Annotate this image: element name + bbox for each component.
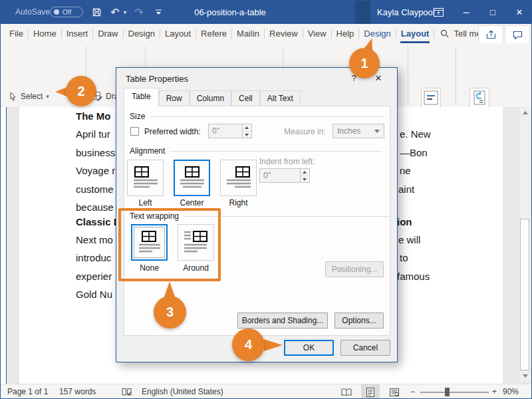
align-center-icon	[179, 165, 205, 192]
callout-1: 1	[349, 48, 380, 78]
dialog-tab-column[interactable]: Column	[190, 90, 231, 106]
comments-button[interactable]	[505, 25, 530, 44]
document-title: 06-position-a-table	[154, 1, 307, 24]
align-left-tile[interactable]	[127, 160, 164, 196]
options-button[interactable]: Options...	[334, 313, 384, 329]
tab-home[interactable]: Home	[29, 24, 61, 43]
user-name[interactable]: Kayla Claypool	[377, 1, 435, 24]
tab-view[interactable]: View	[303, 24, 331, 43]
doc-text: custome	[76, 184, 114, 195]
print-layout-icon	[366, 388, 374, 397]
preferred-width-checkbox[interactable]	[130, 127, 139, 136]
doc-text: introduc	[76, 252, 111, 263]
autosave-label: AutoSave	[15, 1, 50, 24]
save-icon[interactable]	[89, 1, 104, 24]
tab-design[interactable]: Design	[124, 24, 160, 43]
tab-help[interactable]: Help	[332, 24, 359, 43]
vertical-scrollbar[interactable]	[519, 107, 531, 382]
data-icon	[469, 88, 489, 108]
callout-3: 3	[154, 296, 186, 329]
proofing-icon[interactable]	[122, 388, 132, 399]
doc-text: ne	[400, 165, 411, 176]
doc-text: e will	[398, 234, 420, 245]
autosave-toggle[interactable]: Off	[50, 7, 83, 17]
align-left-icon	[132, 165, 159, 192]
align-right-tile[interactable]	[220, 160, 257, 196]
tab-review[interactable]: Review	[265, 24, 303, 43]
tab-table-design[interactable]: Design	[359, 24, 395, 43]
ribbon-tab-row: File Home Insert Draw Design Layout Refe…	[1, 24, 532, 43]
tab-layout[interactable]: Layout	[160, 24, 196, 43]
callout-4: 4	[232, 329, 265, 361]
ribbon-display-options-icon[interactable]	[430, 1, 447, 24]
align-right-label: Right	[220, 198, 257, 207]
tab-draw[interactable]: Draw	[93, 24, 122, 43]
indent-from-left-input[interactable]: 0"	[259, 168, 301, 183]
preferred-width-label: Preferred width:	[144, 127, 201, 136]
preferred-width-input[interactable]: 0"	[208, 124, 243, 138]
preferred-width-stepper[interactable]	[242, 124, 252, 138]
borders-and-shading-button[interactable]: Borders and Shading...	[237, 313, 328, 329]
web-layout-button[interactable]	[385, 384, 404, 399]
redo-icon[interactable]: ↷	[131, 1, 147, 24]
doc-text: business	[76, 147, 115, 158]
cursor-icon	[9, 92, 17, 101]
tab-references[interactable]: Refere	[196, 24, 231, 43]
zoom-level[interactable]: 90%	[503, 384, 519, 399]
callout-4-pointer	[264, 339, 283, 351]
word-count[interactable]: 157 words	[59, 384, 96, 399]
doc-text: ion	[397, 216, 412, 227]
undo-icon[interactable]: ↶	[107, 1, 123, 24]
doc-text: Classic L	[76, 216, 120, 227]
doc-text: aint	[398, 184, 414, 195]
maximize-button[interactable]: □	[481, 1, 504, 24]
tab-table-layout[interactable]: Layout	[396, 24, 434, 43]
indent-from-left-stepper[interactable]	[300, 168, 310, 183]
language-indicator[interactable]: English (United States)	[142, 384, 223, 399]
tab-insert[interactable]: Insert	[62, 24, 93, 43]
cancel-button[interactable]: Cancel	[340, 340, 390, 356]
zoom-out-button[interactable]: −	[410, 384, 415, 399]
align-center-tile[interactable]	[174, 160, 210, 196]
status-bar: Page 1 of 1 157 words English (United St…	[1, 384, 531, 399]
dialog-tab-table[interactable]: Table	[124, 88, 159, 106]
dialog-tab-row[interactable]: Row	[159, 90, 190, 106]
positioning-button[interactable]: Positioning...	[325, 261, 384, 277]
read-mode-icon	[341, 388, 352, 396]
scroll-up-icon[interactable]	[519, 107, 531, 118]
tab-file[interactable]: File	[5, 24, 28, 43]
scroll-down-icon[interactable]	[519, 370, 531, 381]
align-right-icon	[225, 165, 252, 192]
alignment-section-header: Alignment	[130, 146, 382, 156]
dialog-title: Table Properties	[126, 74, 188, 84]
doc-text: to	[400, 252, 408, 263]
select-button[interactable]: Select▾	[9, 90, 49, 103]
dialog-tab-cell[interactable]: Cell	[231, 90, 260, 106]
zoom-in-button[interactable]: +	[492, 384, 497, 399]
page-indicator[interactable]: Page 1 of 1	[7, 384, 48, 399]
dialog-tab-alt-text[interactable]: Alt Text	[260, 90, 301, 106]
measure-in-dropdown[interactable]: Inches	[332, 124, 384, 138]
undo-dropdown-icon[interactable]: ▾	[122, 1, 128, 24]
size-section-header: Size	[130, 112, 384, 121]
zoom-slider-thumb[interactable]	[445, 388, 450, 396]
search-icon	[440, 29, 449, 38]
align-left-label: Left	[127, 198, 164, 207]
doc-text: The Mo	[76, 110, 111, 122]
doc-text: April tur	[76, 128, 110, 140]
close-button[interactable]: ✕	[508, 1, 531, 24]
read-mode-button[interactable]	[337, 384, 356, 399]
scrollbar-thumb[interactable]	[520, 219, 529, 370]
tab-mailings[interactable]: Mailin	[232, 24, 264, 43]
highlight-rectangle	[118, 208, 221, 281]
print-layout-button[interactable]	[361, 384, 380, 399]
minimize-button[interactable]: ─	[455, 1, 477, 24]
ok-button[interactable]: OK	[284, 340, 334, 356]
doc-text: Next mo	[76, 234, 113, 245]
alignment-icon	[421, 88, 441, 108]
share-icon	[486, 30, 496, 39]
zoom-slider-track[interactable]	[420, 392, 489, 393]
web-layout-icon	[390, 388, 399, 396]
share-button[interactable]	[478, 25, 503, 44]
doc-text: Voyage r	[76, 165, 115, 176]
